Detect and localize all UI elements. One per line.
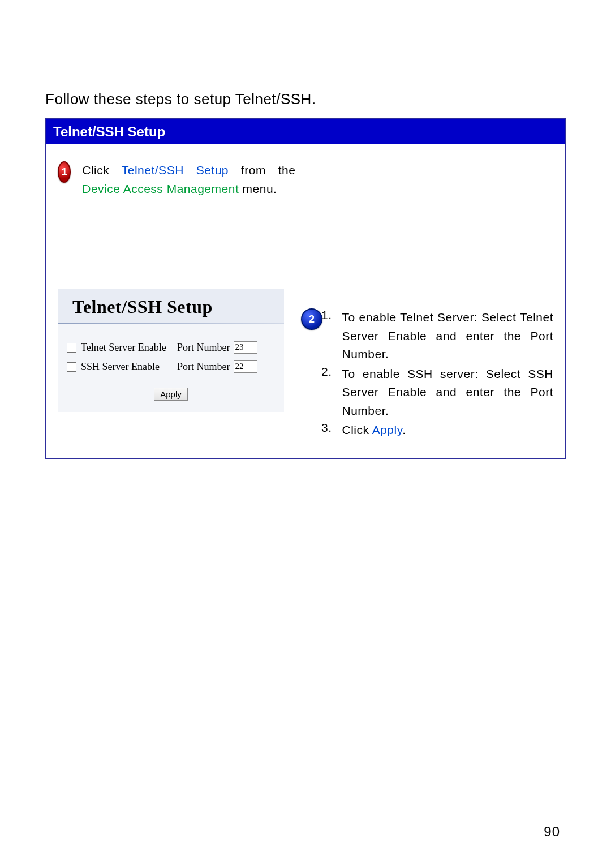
instruction-text: To enable Telnet Server: Select Telnet S… — [342, 308, 553, 364]
apply-row: Apply — [67, 388, 275, 401]
instr3-suffix: . — [402, 423, 406, 436]
step1-tail: menu. — [239, 182, 277, 195]
step-2-badge: 2 — [301, 308, 322, 330]
step-1-badge: 1 — [58, 161, 71, 183]
ssh-port-input[interactable]: 22 — [234, 360, 257, 373]
frame-body: 1 Click Telnet/SSH Setup from the Device… — [46, 144, 565, 458]
telnet-row: Telnet Server Enable Port Number 23 — [67, 341, 275, 354]
apply-btn-prefix: Appl — [160, 389, 177, 399]
ssh-row: SSH Server Enable Port Number 22 — [67, 360, 275, 373]
intro-text: Follow these steps to setup Telnet/SSH. — [45, 91, 566, 108]
instruction-text: Click Apply. — [342, 421, 553, 440]
instr3-prefix: Click — [342, 423, 372, 436]
instruction-number: 2. — [318, 365, 332, 420]
apply-button[interactable]: Apply — [154, 388, 188, 401]
screenshot-heading: Telnet/SSH Setup — [58, 289, 284, 324]
instruction-item: 1. To enable Telnet Server: Select Telne… — [318, 308, 553, 364]
telnet-enable-label: Telnet Server Enable — [81, 342, 177, 354]
step1-mid: from the — [229, 164, 295, 177]
page: Follow these steps to setup Telnet/SSH. … — [0, 0, 611, 868]
ssh-port-label: Port Number — [177, 361, 230, 373]
instructions-wrap: 1. To enable Telnet Server: Select Telne… — [318, 308, 553, 440]
embedded-ui-screenshot: Telnet/SSH Setup Telnet Server Enable Po… — [58, 289, 284, 412]
telnet-enable-checkbox[interactable] — [67, 343, 76, 353]
instruction-item: 2. To enable SSH server: Select SSH Serv… — [318, 365, 553, 420]
title-bar: Telnet/SSH Setup — [45, 118, 566, 144]
telnet-port-input[interactable]: 23 — [234, 341, 257, 354]
step-1-row: 1 Click Telnet/SSH Setup from the Device… — [58, 161, 295, 198]
instruction-text: To enable SSH server: Select SSH Server … — [342, 365, 553, 420]
instructions-list: 1. To enable Telnet Server: Select Telne… — [318, 308, 553, 440]
apply-btn-accel: y — [177, 389, 182, 399]
ssh-enable-label: SSH Server Enable — [81, 361, 177, 373]
content-frame: 1 Click Telnet/SSH Setup from the Device… — [45, 144, 566, 459]
instruction-item: 3. Click Apply. — [318, 421, 553, 440]
ssh-enable-checkbox[interactable] — [67, 362, 76, 372]
step1-menu: Device Access Management — [82, 182, 239, 195]
telnet-port-label: Port Number — [177, 342, 230, 354]
right-column: 1. To enable Telnet Server: Select Telne… — [318, 161, 553, 441]
page-number: 90 — [544, 824, 560, 840]
step1-click: Click — [82, 164, 121, 177]
instr3-apply-link: Apply — [372, 423, 402, 436]
step-1-text: Click Telnet/SSH Setup from the Device A… — [82, 161, 295, 198]
step1-link: Telnet/SSH Setup — [122, 164, 229, 177]
left-column: 1 Click Telnet/SSH Setup from the Device… — [58, 161, 295, 441]
screenshot-body: Telnet Server Enable Port Number 23 SSH … — [58, 324, 284, 412]
instruction-number: 3. — [318, 421, 332, 440]
